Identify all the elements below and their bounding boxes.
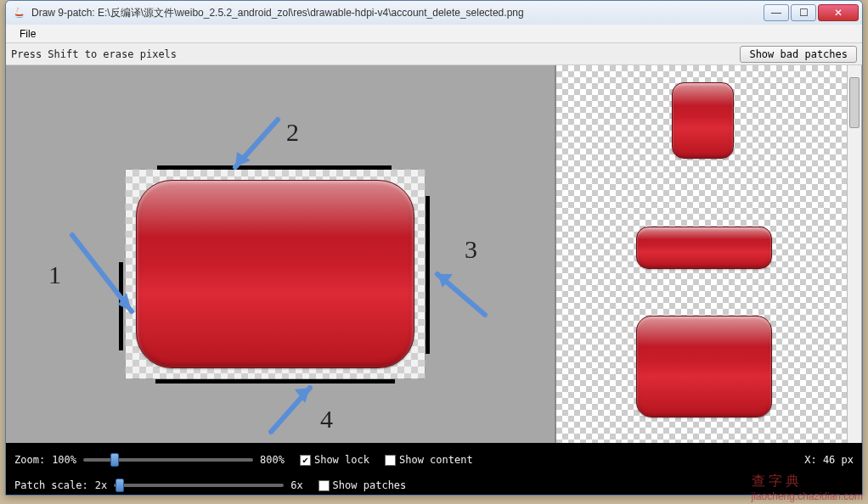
show-content-checkbox[interactable]: Show content	[385, 454, 473, 466]
patch-scale-min: 2x	[95, 479, 107, 491]
toolbar: Press Shift to erase pixels Show bad pat…	[6, 43, 862, 65]
status-bar: Zoom: 100% 800% ✔ Show lock Show content…	[6, 443, 862, 477]
checkbox-icon	[318, 480, 330, 491]
annotation-arrow-1	[65, 228, 150, 339]
annotation-label-4: 4	[320, 405, 333, 434]
minimize-button[interactable]: —	[764, 4, 789, 21]
preview-both	[636, 316, 772, 417]
zoom-max: 800%	[260, 454, 285, 466]
checkbox-icon	[385, 455, 396, 466]
menu-bar: File	[6, 25, 862, 43]
zoom-min: 100%	[52, 454, 76, 466]
patch-scale-max: 6x	[290, 479, 302, 491]
minimize-icon: —	[771, 7, 781, 19]
show-bad-patches-button[interactable]: Show bad patches	[740, 46, 857, 63]
annotation-arrow-2	[218, 115, 295, 182]
coord-readout: X: 46 px	[804, 454, 854, 466]
preview-horizontal	[636, 227, 772, 269]
watermark: 查字典 jiaocheng.chazidian.com	[752, 473, 863, 502]
preview-vertical	[672, 82, 734, 159]
annotation-arrow-3	[424, 262, 500, 330]
close-button[interactable]: ✕	[818, 4, 859, 21]
app-window: Draw 9-patch: E:\反编译\源文件\weibo_2.5.2_and…	[5, 0, 863, 496]
zoom-slider[interactable]	[83, 451, 253, 468]
show-lock-label: Show lock	[314, 454, 369, 466]
show-content-label: Show content	[399, 454, 473, 466]
annotation-label-3: 3	[465, 235, 477, 264]
zoom-label: Zoom:	[14, 454, 45, 466]
patch-scale-slider[interactable]	[114, 477, 284, 494]
watermark-cn: 查字典	[752, 473, 803, 488]
close-icon: ✕	[834, 7, 843, 19]
window-title: Draw 9-patch: E:\反编译\源文件\weibo_2.5.2_and…	[31, 6, 764, 20]
show-lock-checkbox[interactable]: ✔ Show lock	[300, 454, 369, 466]
maximize-icon: ☐	[799, 7, 809, 19]
maximize-button[interactable]: ☐	[791, 4, 816, 21]
hint-text: Press Shift to erase pixels	[11, 48, 177, 60]
watermark-url: jiaocheng.chazidian.com	[752, 490, 863, 502]
patch-scale-label: Patch scale:	[14, 479, 88, 491]
menu-file[interactable]: File	[13, 26, 42, 42]
preview-scrollbar[interactable]	[847, 65, 861, 443]
editor-panel[interactable]: 1 2 3 4	[6, 65, 556, 443]
checkbox-icon: ✔	[300, 455, 311, 466]
show-patches-checkbox[interactable]: Show patches	[318, 479, 407, 491]
source-bitmap	[136, 180, 414, 368]
java-icon	[13, 6, 26, 20]
preview-panel	[556, 65, 862, 443]
show-patches-label: Show patches	[333, 479, 407, 491]
nine-patch-canvas[interactable]	[125, 169, 426, 379]
titlebar[interactable]: Draw 9-patch: E:\反编译\源文件\weibo_2.5.2_and…	[6, 1, 862, 25]
scrollbar-thumb[interactable]	[849, 77, 860, 128]
annotation-label-2: 2	[286, 118, 299, 147]
window-controls: — ☐ ✕	[764, 4, 859, 21]
content-area: 1 2 3 4	[6, 65, 862, 443]
status-bar-2: Patch scale: 2x 6x Show patches	[6, 476, 862, 495]
annotation-label-1: 1	[48, 260, 61, 289]
